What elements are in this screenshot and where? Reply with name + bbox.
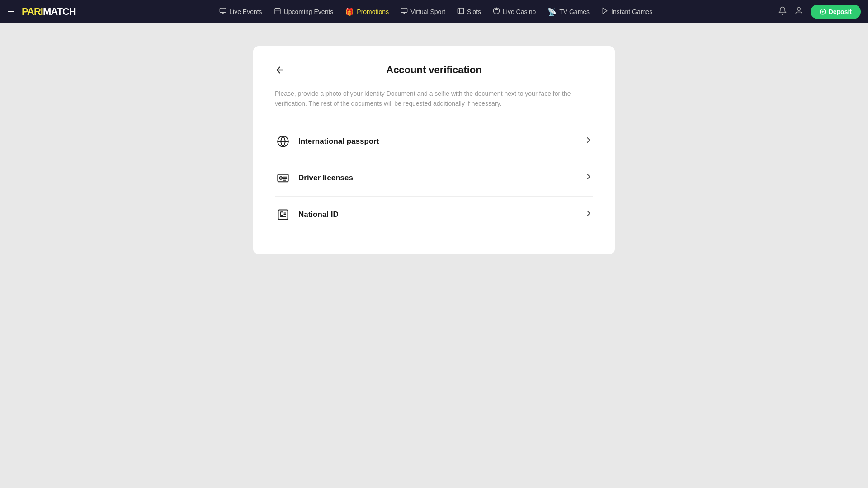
promotions-icon: 🎁	[345, 8, 354, 16]
international-passport-icon	[275, 133, 291, 150]
item-left: International passport	[275, 133, 379, 150]
slots-label: Slots	[467, 8, 481, 15]
logo-text: PARIMATCH	[22, 6, 76, 17]
tv-games-icon: 📡	[547, 8, 557, 16]
svg-point-11	[493, 8, 499, 14]
verification-item-international-passport[interactable]: International passport	[275, 123, 593, 160]
driver-licenses-label: Driver licenses	[298, 174, 353, 183]
international-passport-label: International passport	[298, 137, 379, 146]
verification-options: International passport	[275, 123, 593, 233]
instant-games-icon	[601, 7, 609, 16]
user-avatar-icon[interactable]	[794, 6, 803, 18]
nav-link-tv-games[interactable]: 📡 TV Games	[543, 5, 594, 19]
svg-rect-3	[275, 9, 280, 14]
nav-link-instant-games[interactable]: Instant Games	[597, 5, 657, 19]
page-title: Account verification	[386, 64, 481, 76]
navbar: ☰ PARIMATCH Live Events Upcoming Events …	[0, 0, 868, 23]
virtual-sport-label: Virtual Sport	[410, 8, 445, 15]
live-casino-icon	[493, 7, 500, 16]
nav-link-live-events[interactable]: Live Events	[215, 5, 266, 19]
item-left: Driver licenses	[275, 170, 353, 186]
national-id-label: National ID	[298, 210, 339, 219]
svg-marker-12	[603, 8, 607, 14]
card-header: Account verification	[275, 64, 593, 76]
live-casino-label: Live Casino	[503, 8, 536, 15]
deposit-label: Deposit	[829, 8, 852, 15]
verification-card: Account verification Please, provide a p…	[253, 46, 615, 254]
nav-right: Deposit	[778, 5, 861, 19]
verification-item-driver-licenses[interactable]: Driver licenses	[275, 160, 593, 197]
svg-rect-26	[280, 212, 283, 215]
item-left: National ID	[275, 206, 339, 223]
logo[interactable]: PARIMATCH	[22, 7, 76, 17]
chevron-right-icon	[584, 172, 593, 183]
chevron-right-icon	[584, 136, 593, 147]
hamburger-menu[interactable]: ☰	[7, 7, 14, 17]
tv-games-label: TV Games	[559, 8, 590, 15]
nav-link-virtual-sport[interactable]: Virtual Sport	[396, 5, 450, 19]
nav-link-promotions[interactable]: 🎁 Promotions	[340, 5, 393, 19]
nav-link-live-casino[interactable]: Live Casino	[488, 5, 540, 19]
upcoming-events-label: Upcoming Events	[284, 8, 334, 15]
upcoming-events-icon	[274, 7, 281, 16]
verification-item-national-id[interactable]: National ID	[275, 197, 593, 233]
svg-point-21	[279, 177, 282, 179]
nav-links: Live Events Upcoming Events 🎁 Promotions…	[94, 5, 778, 19]
promotions-label: Promotions	[357, 8, 389, 15]
back-button[interactable]	[275, 65, 285, 75]
svg-rect-8	[458, 8, 463, 14]
chevron-right-icon	[584, 209, 593, 220]
notification-bell-icon[interactable]	[778, 6, 787, 18]
live-events-icon	[219, 7, 226, 16]
main-content: Account verification Please, provide a p…	[0, 23, 868, 254]
page-description: Please, provide a photo of your Identity…	[275, 89, 593, 109]
national-id-icon	[275, 206, 291, 223]
slots-icon	[457, 7, 464, 16]
svg-point-13	[797, 7, 800, 10]
live-events-label: Live Events	[229, 8, 262, 15]
svg-rect-7	[401, 8, 407, 12]
instant-games-label: Instant Games	[611, 8, 652, 15]
svg-rect-0	[220, 8, 226, 12]
nav-link-upcoming-events[interactable]: Upcoming Events	[269, 5, 338, 19]
virtual-sport-icon	[401, 7, 408, 16]
driver-licenses-icon	[275, 170, 291, 186]
nav-link-slots[interactable]: Slots	[453, 5, 486, 19]
deposit-button[interactable]: Deposit	[811, 5, 861, 19]
